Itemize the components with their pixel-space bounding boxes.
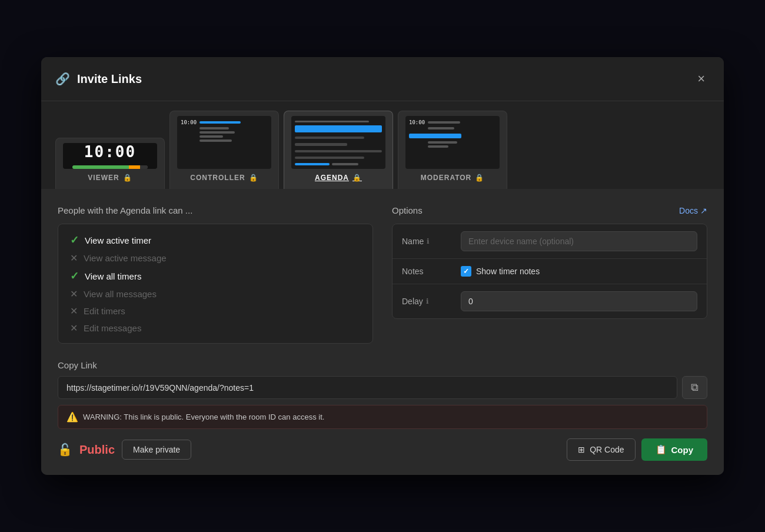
ctrl-timer: 10:00	[181, 119, 197, 125]
notes-checkbox-row: Show timer notes	[461, 266, 697, 277]
perm-label-edit-messages: Edit messages	[84, 323, 141, 333]
delay-input[interactable]	[461, 291, 697, 311]
qr-code-button[interactable]: ⊞ QR Code	[567, 438, 635, 461]
name-info-icon: ℹ	[427, 237, 430, 245]
make-private-button[interactable]: Make private	[122, 440, 191, 460]
option-notes-label: Notes	[402, 267, 461, 276]
ctrl-bar-4	[199, 135, 223, 138]
mod-row-4	[409, 145, 496, 148]
ctrl-row-3	[181, 131, 268, 134]
mod-row-1: 10:00	[409, 119, 496, 125]
x-icon-active-message: ✕	[70, 252, 78, 264]
tab-viewer[interactable]: 10:00 VIEWER 🔒	[55, 138, 165, 189]
option-delay-label: Delay ℹ	[402, 297, 461, 306]
viewer-lock-icon: 🔒	[123, 174, 132, 182]
x-icon-edit-messages: ✕	[70, 322, 78, 334]
option-notes-row: Notes Show timer notes	[393, 259, 707, 284]
notes-checkbox[interactable]	[461, 266, 471, 277]
option-delay-row: Delay ℹ	[393, 284, 707, 318]
options-header: Options Docs ↗	[392, 205, 707, 215]
warning-box: ⚠️ WARNING: This link is public. Everyon…	[58, 405, 707, 429]
copy-button[interactable]: 📋 Copy	[641, 438, 708, 461]
agenda-line-3	[295, 150, 382, 152]
moderator-preview: 10:00	[405, 116, 500, 169]
tabs-section: 10:00 VIEWER 🔒 10:00	[41, 101, 724, 189]
viewer-progress-bar	[72, 165, 148, 169]
ctrl-row-2	[181, 127, 268, 129]
controller-preview: 10:00	[177, 116, 271, 169]
viewer-timer-display: 10:00	[84, 143, 136, 161]
docs-link[interactable]: Docs ↗	[679, 206, 707, 215]
agenda-bottom-row	[295, 163, 382, 165]
agenda-preview	[291, 116, 385, 169]
options-heading: Options	[392, 205, 423, 215]
warning-icon: ⚠️	[66, 411, 78, 423]
check-icon-all-timers: ✓	[70, 270, 79, 282]
name-input[interactable]	[461, 231, 697, 251]
notes-checkbox-label: Show timer notes	[476, 267, 540, 276]
moderator-lock-icon: 🔒	[475, 174, 484, 182]
agenda-line-1	[295, 137, 364, 139]
tab-controller[interactable]: 10:00	[169, 111, 279, 189]
footer-right: ⊞ QR Code 📋 Copy	[567, 438, 707, 461]
perm-label-view-all-messages: View all messages	[84, 289, 157, 299]
public-label: Public	[79, 443, 115, 457]
external-link-icon: ↗	[700, 206, 707, 215]
permission-view-active-timer: ✓ View active timer	[70, 234, 361, 247]
agenda-gray-bar	[332, 163, 358, 165]
progress-rest	[140, 165, 148, 169]
agenda-line-2	[295, 143, 347, 145]
agenda-highlight-row	[295, 125, 382, 132]
agenda-line-4	[295, 157, 364, 159]
ctrl-row-4	[181, 135, 268, 138]
controller-lock-icon: 🔒	[249, 174, 258, 182]
copy-icon: 📋	[656, 444, 667, 455]
mod-row-3	[409, 141, 496, 144]
permissions-heading: People with the Agenda link can ...	[58, 205, 373, 215]
public-icon: 🔓	[58, 443, 72, 457]
permission-edit-timers: ✕ Edit timers	[70, 305, 361, 317]
tab-moderator[interactable]: 10:00	[398, 111, 507, 189]
progress-orange	[129, 165, 140, 169]
perm-label-view-active-timer: View active timer	[85, 235, 151, 245]
mod-row-2	[409, 127, 496, 129]
x-icon-edit-timers: ✕	[70, 305, 78, 317]
tab-agenda[interactable]: AGENDA 🔒	[284, 111, 393, 189]
modal-header: 🔗 Invite Links ×	[41, 57, 724, 101]
ctrl-bar-2	[199, 127, 229, 129]
content-grid: People with the Agenda link can ... ✓ Vi…	[58, 205, 707, 344]
close-button[interactable]: ×	[693, 69, 710, 89]
agenda-blue-bar	[295, 163, 330, 165]
invite-links-modal: 🔗 Invite Links × 10:00 VIEWER 🔒	[41, 57, 724, 475]
open-link-button[interactable]: ⧉	[682, 376, 707, 399]
permission-view-all-timers: ✓ View all timers	[70, 270, 361, 282]
mod-bar-3	[428, 141, 457, 144]
delay-info-icon: ℹ	[426, 297, 429, 305]
agenda-preview-inner	[291, 116, 385, 169]
agenda-top-bar	[295, 121, 369, 122]
open-external-icon: ⧉	[691, 381, 699, 394]
permissions-box: ✓ View active timer ✕ View active messag…	[58, 224, 373, 344]
permission-edit-messages: ✕ Edit messages	[70, 322, 361, 334]
modal-body: People with the Agenda link can ... ✓ Vi…	[41, 189, 724, 475]
permissions-section: People with the Agenda link can ... ✓ Vi…	[58, 205, 373, 344]
ctrl-bar-3	[199, 131, 235, 134]
qr-icon: ⊞	[578, 445, 585, 454]
controller-preview-inner: 10:00	[177, 116, 271, 169]
agenda-lock-icon: 🔒	[352, 174, 362, 182]
option-name-label: Name ℹ	[402, 237, 461, 246]
perm-label-edit-timers: Edit timers	[84, 306, 125, 316]
link-url-input[interactable]	[58, 376, 677, 399]
option-name-row: Name ℹ	[393, 224, 707, 259]
ctrl-bar-5	[199, 139, 232, 142]
perm-label-view-active-message: View active message	[84, 253, 167, 263]
perm-label-view-all-timers: View all timers	[85, 271, 141, 281]
ctrl-row-5	[181, 139, 268, 142]
mod-bar-1	[428, 121, 460, 124]
moderator-preview-inner: 10:00	[405, 116, 500, 169]
link-icon: 🔗	[55, 72, 70, 86]
permission-view-all-messages: ✕ View all messages	[70, 288, 361, 300]
modal-footer: 🔓 Public Make private ⊞ QR Code 📋 Copy	[58, 438, 707, 461]
mod-blue-bar	[409, 134, 461, 138]
tab-moderator-label: MODERATOR 🔒	[421, 174, 485, 182]
